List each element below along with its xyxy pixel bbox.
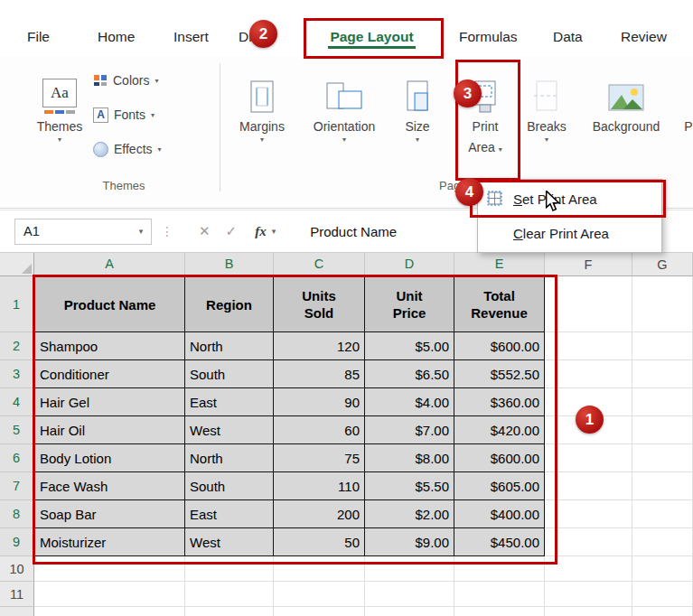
cell-D8[interactable]: $2.00: [365, 500, 454, 528]
cell-B7[interactable]: South: [185, 472, 274, 500]
formula-bar-grip[interactable]: ⋮: [161, 224, 173, 238]
cell-G11[interactable]: [632, 582, 693, 607]
cell-C8[interactable]: 200: [274, 500, 365, 528]
cell-C5[interactable]: 60: [274, 416, 365, 444]
row-header-10[interactable]: 10: [0, 556, 34, 582]
cell-C4[interactable]: 90: [274, 388, 365, 416]
cell-G9[interactable]: [632, 528, 693, 556]
size-button[interactable]: Size ▾: [392, 61, 443, 145]
column-header-D[interactable]: D: [365, 253, 454, 276]
row-header-11[interactable]: 11: [0, 582, 34, 607]
cell-B8[interactable]: East: [185, 500, 274, 528]
fonts-button[interactable]: A Fonts ▾: [93, 105, 155, 125]
colors-button[interactable]: Colors ▾: [93, 70, 158, 90]
cell-D9[interactable]: $9.00: [365, 528, 454, 556]
tab-insert[interactable]: Insert: [173, 22, 209, 52]
cell-A5[interactable]: Hair Oil: [34, 416, 185, 444]
tab-data[interactable]: Data: [553, 22, 583, 52]
themes-button[interactable]: Aa Themes ▾: [29, 61, 90, 145]
cell-E11[interactable]: [454, 582, 545, 607]
cell-G6[interactable]: [632, 444, 693, 472]
cell-E3[interactable]: $552.50: [454, 360, 545, 388]
row-header-6[interactable]: 6: [0, 444, 34, 472]
cell-B3[interactable]: South: [185, 360, 274, 388]
print-area-button[interactable]: Print Area ▾: [457, 61, 513, 158]
name-box[interactable]: A1 ▾: [14, 219, 152, 245]
cell-partial[interactable]: [545, 607, 632, 616]
cell-B1[interactable]: Region: [185, 276, 274, 332]
tab-page-layout[interactable]: Page Layout: [304, 22, 439, 52]
cell-B6[interactable]: North: [185, 444, 274, 472]
cell-G5[interactable]: [632, 416, 693, 444]
select-all-corner[interactable]: [0, 253, 34, 276]
cell-A4[interactable]: Hair Gel: [34, 388, 185, 416]
cell-A6[interactable]: Body Lotion: [34, 444, 185, 472]
menu-item-set-print-area[interactable]: Set Print Area: [478, 182, 661, 216]
cell-B10[interactable]: [185, 556, 274, 582]
cell-partial[interactable]: [365, 607, 454, 616]
cell-G10[interactable]: [632, 556, 693, 582]
cell-D11[interactable]: [365, 582, 454, 607]
cell-E8[interactable]: $400.00: [454, 500, 545, 528]
cell-D6[interactable]: $8.00: [365, 444, 454, 472]
row-header-partial[interactable]: [0, 607, 34, 616]
cancel-icon[interactable]: ✕: [199, 223, 211, 239]
row-header-1[interactable]: 1: [0, 276, 34, 332]
cell-B5[interactable]: West: [185, 416, 274, 444]
column-header-C[interactable]: C: [274, 253, 365, 276]
row-header-4[interactable]: 4: [0, 388, 34, 416]
cell-C10[interactable]: [274, 556, 365, 582]
cell-partial[interactable]: [34, 607, 185, 616]
column-header-A[interactable]: A: [34, 253, 185, 276]
cell-D2[interactable]: $5.00: [365, 332, 454, 360]
cell-E2[interactable]: $600.00: [454, 332, 545, 360]
cell-F2[interactable]: [545, 332, 632, 360]
column-header-B[interactable]: B: [185, 253, 274, 276]
print-titles-button[interactable]: Print Titles: [673, 61, 693, 135]
cell-A7[interactable]: Face Wash: [34, 472, 185, 500]
cell-B11[interactable]: [185, 582, 274, 607]
cell-F9[interactable]: [545, 528, 632, 556]
background-button[interactable]: Background: [585, 61, 668, 135]
cell-C3[interactable]: 85: [274, 360, 365, 388]
cell-A8[interactable]: Soap Bar: [34, 500, 185, 528]
cell-B4[interactable]: East: [185, 388, 274, 416]
cell-C2[interactable]: 120: [274, 332, 365, 360]
cell-C7[interactable]: 110: [274, 472, 365, 500]
cell-partial[interactable]: [454, 607, 545, 616]
row-header-7[interactable]: 7: [0, 472, 34, 500]
cell-G1[interactable]: [632, 276, 693, 332]
cell-E1[interactable]: Total Revenue: [454, 276, 545, 332]
cell-D3[interactable]: $6.50: [365, 360, 454, 388]
cell-F7[interactable]: [545, 472, 632, 500]
cell-A2[interactable]: Shampoo: [34, 332, 185, 360]
cell-D10[interactable]: [365, 556, 454, 582]
cell-F10[interactable]: [545, 556, 632, 582]
cell-F8[interactable]: [545, 500, 632, 528]
column-header-E[interactable]: E: [454, 253, 545, 276]
margins-button[interactable]: Margins ▾: [233, 61, 291, 145]
insert-function-icon[interactable]: fx: [255, 224, 267, 239]
cell-G8[interactable]: [632, 500, 693, 528]
cell-F1[interactable]: [545, 276, 632, 332]
cell-C11[interactable]: [274, 582, 365, 607]
cell-A1[interactable]: Product Name: [34, 276, 185, 332]
cell-E5[interactable]: $420.00: [454, 416, 545, 444]
cell-G4[interactable]: [632, 388, 693, 416]
formula-bar-content[interactable]: Product Name: [310, 224, 397, 239]
cell-G7[interactable]: [632, 472, 693, 500]
cell-partial[interactable]: [185, 607, 274, 616]
enter-icon[interactable]: ✓: [226, 223, 238, 239]
cell-partial[interactable]: [632, 607, 693, 616]
cell-partial[interactable]: [274, 607, 365, 616]
row-header-8[interactable]: 8: [0, 500, 34, 528]
cell-B2[interactable]: North: [185, 332, 274, 360]
column-header-F[interactable]: F: [545, 253, 632, 276]
cell-D1[interactable]: Unit Price: [365, 276, 454, 332]
cell-A11[interactable]: [34, 582, 185, 607]
cell-C1[interactable]: Units Sold: [274, 276, 365, 332]
row-header-3[interactable]: 3: [0, 360, 34, 388]
cell-D5[interactable]: $7.00: [365, 416, 454, 444]
orientation-button[interactable]: Orientation ▾: [306, 61, 382, 145]
cell-E4[interactable]: $360.00: [454, 388, 545, 416]
